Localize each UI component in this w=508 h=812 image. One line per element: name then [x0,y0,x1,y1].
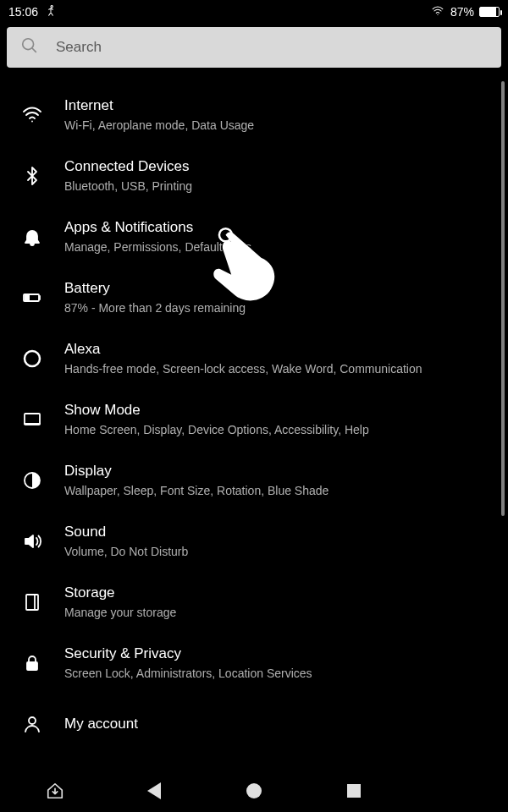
volume-icon [19,531,46,551]
settings-item-apps-notifications[interactable]: Apps & NotificationsManage, Permissions,… [14,206,494,267]
settings-item-title: Sound [64,524,188,540]
battery-percent: 87% [450,5,474,19]
svg-point-8 [29,717,36,724]
status-bar: 15:06 87% [0,0,508,24]
bluetooth-icon [19,166,46,186]
settings-item-subtitle: Bluetooth, USB, Printing [64,178,192,195]
settings-item-show-mode[interactable]: Show ModeHome Screen, Display, Device Op… [14,389,494,450]
settings-item-storage[interactable]: StorageManage your storage [14,572,494,633]
settings-item-sound[interactable]: SoundVolume, Do Not Disturb [14,511,494,572]
settings-item-display[interactable]: DisplayWallpaper, Sleep, Font Size, Rota… [14,450,494,511]
battery-low-icon [19,288,46,308]
settings-item-subtitle: Wallpaper, Sleep, Font Size, Rotation, B… [64,483,329,499]
settings-item-title: Apps & Notifications [64,219,251,236]
bell-icon [19,227,46,247]
settings-item-title: Internet [64,97,254,114]
alexa-icon [19,348,46,369]
search-input[interactable]: Search [7,27,501,68]
settings-item-subtitle: Manage your storage [64,605,176,621]
storage-icon [19,592,46,612]
settings-item-title: Connected Devices [64,158,192,175]
settings-item-title: Show Mode [64,402,369,419]
settings-item-security-privacy[interactable]: Security & PrivacyScreen Lock, Administr… [14,633,494,694]
settings-item-title: Storage [64,584,176,601]
nav-back-button[interactable] [129,782,179,799]
svg-point-3 [25,351,40,366]
settings-item-title: My account [64,716,138,732]
settings-item-my-account[interactable]: My account [14,694,494,754]
wifi-icon [19,105,46,125]
search-placeholder: Search [56,39,102,56]
settings-item-connected-devices[interactable]: Connected DevicesBluetooth, USB, Printin… [14,145,494,206]
svg-rect-4 [25,414,40,425]
settings-list[interactable]: InternetWi-Fi, Aeroplane mode, Data Usag… [0,76,508,780]
monitor-icon [19,409,46,430]
settings-item-subtitle: Manage, Permissions, Default apps [64,239,251,255]
settings-item-alexa[interactable]: AlexaHands-free mode, Screen-lock access… [14,328,494,389]
settings-item-subtitle: Screen Lock, Administrators, Location Se… [64,666,312,682]
settings-item-title: Battery [64,280,246,297]
svg-rect-6 [26,595,38,610]
nav-home-button[interactable] [229,783,279,798]
svg-rect-2 [25,295,30,300]
navigation-bar [0,770,508,812]
settings-item-title: Alexa [64,341,422,358]
settings-item-internet[interactable]: InternetWi-Fi, Aeroplane mode, Data Usag… [14,85,494,145]
status-time: 15:06 [8,5,38,19]
search-icon [20,36,39,58]
nav-home-download-button[interactable] [30,782,80,800]
person-icon [19,714,46,734]
battery-icon [479,7,500,17]
activity-icon [45,5,57,19]
settings-item-title: Security & Privacy [64,645,312,662]
settings-item-subtitle: 87% - More than 2 days remaining [64,300,246,316]
scrollbar[interactable] [501,81,505,516]
settings-item-title: Display [64,463,329,480]
lock-icon [19,653,46,673]
settings-item-subtitle: Home Screen, Display, Device Options, Ac… [64,422,369,438]
wifi-status-icon [430,5,445,19]
svg-rect-7 [27,662,37,670]
settings-item-subtitle: Volume, Do Not Disturb [64,544,188,560]
contrast-icon [19,470,46,491]
settings-item-subtitle: Hands-free mode, Screen-lock access, Wak… [64,361,422,377]
nav-recent-button[interactable] [329,784,379,798]
settings-item-subtitle: Wi-Fi, Aeroplane mode, Data Usage [64,118,254,134]
settings-item-battery[interactable]: Battery87% - More than 2 days remaining [14,267,494,328]
